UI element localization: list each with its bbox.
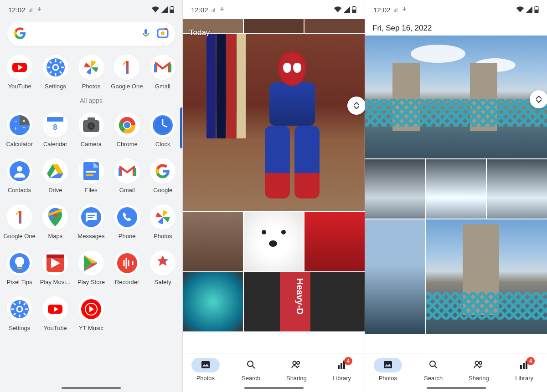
- app-maps[interactable]: Maps: [38, 204, 72, 239]
- app-play-movies[interactable]: Play Movi...: [38, 250, 72, 285]
- app-pixel-tips[interactable]: Pixel Tips: [2, 250, 37, 285]
- app-label: Chrome: [117, 141, 138, 148]
- safety-icon: [150, 250, 175, 276]
- photo-thumb[interactable]: Heavy-D: [244, 272, 365, 331]
- svg-rect-63: [535, 10, 538, 13]
- svg-point-65: [430, 361, 435, 367]
- app-photos[interactable]: Photos: [145, 204, 180, 239]
- svg-rect-21: [88, 117, 95, 121]
- photo-thumb[interactable]: [183, 212, 243, 271]
- gesture-bar[interactable]: [427, 387, 486, 389]
- app-label: Google One: [111, 83, 143, 90]
- svg-point-31: [17, 166, 22, 172]
- photo-icon: [383, 360, 393, 371]
- files-icon: [78, 158, 104, 184]
- app-phone[interactable]: Phone: [110, 204, 144, 239]
- app-files[interactable]: Files: [74, 158, 108, 193]
- svg-rect-54: [201, 361, 210, 368]
- library-badge: 4: [344, 357, 352, 365]
- app-clock[interactable]: Clock: [145, 112, 180, 148]
- photo-thumb[interactable]: [426, 159, 486, 219]
- photo-thumb[interactable]: [487, 159, 547, 219]
- svg-point-40: [117, 207, 137, 227]
- app-chrome[interactable]: Chrome: [110, 112, 144, 148]
- app-camera[interactable]: Camera: [74, 112, 108, 148]
- nav-library[interactable]: 4 Library: [328, 358, 356, 382]
- photo-thumb[interactable]: [183, 272, 243, 331]
- svg-rect-3: [144, 29, 147, 34]
- fast-scroll-handle[interactable]: [347, 97, 365, 115]
- app-label: Google: [153, 187, 172, 193]
- nav-library[interactable]: 4 Library: [510, 358, 538, 382]
- calculator-icon: −×+=: [7, 112, 32, 138]
- photo-large[interactable]: [365, 36, 547, 158]
- app-drive[interactable]: Drive: [38, 158, 72, 193]
- app-calendar[interactable]: 8Calendar: [38, 112, 72, 148]
- messages-icon: [78, 204, 104, 230]
- app-label: Calendar: [43, 141, 67, 148]
- app-youtube[interactable]: YouTube: [2, 55, 37, 90]
- photo-large[interactable]: [183, 34, 365, 211]
- svg-text:8: 8: [53, 123, 57, 131]
- app-drawer-pane: 12:02 YouTubeSettingsPhotosGoogle OneGma…: [0, 0, 182, 392]
- search-icon: [428, 360, 439, 371]
- settings-icon: [43, 55, 68, 80]
- app-label: Phone: [119, 233, 136, 239]
- svg-point-56: [293, 361, 296, 364]
- date-header: Fri, Sep 16, 2022: [365, 19, 547, 36]
- search-icon: [246, 360, 256, 371]
- photo-thumb[interactable]: [365, 159, 425, 219]
- app-google-one[interactable]: Google One: [109, 55, 144, 90]
- search-bar[interactable]: [7, 22, 175, 46]
- app-contacts[interactable]: Contacts: [2, 158, 37, 193]
- svg-point-23: [89, 124, 93, 128]
- app-yt-music[interactable]: YT Music: [74, 296, 108, 331]
- app-play-store[interactable]: Play Store: [74, 250, 108, 285]
- app-recorder[interactable]: Recorder: [110, 250, 144, 285]
- app-google[interactable]: Google: [145, 158, 180, 193]
- app-label: Play Store: [77, 279, 105, 285]
- app-settings[interactable]: Settings: [38, 55, 73, 90]
- nav-search[interactable]: Search: [419, 358, 448, 382]
- photo-thumb[interactable]: [244, 212, 304, 271]
- gesture-bar[interactable]: [244, 387, 304, 389]
- app-label: Photos: [154, 233, 172, 239]
- photos-icon: [150, 204, 175, 230]
- gesture-bar[interactable]: [62, 387, 121, 389]
- app-messages[interactable]: Messages: [74, 204, 108, 239]
- photo-thumb[interactable]: [365, 219, 425, 334]
- status-time: 12:02: [191, 6, 208, 14]
- app-youtube[interactable]: YouTube: [38, 296, 72, 331]
- settings-icon: [7, 296, 32, 322]
- nav-photos[interactable]: Photos: [191, 358, 220, 382]
- nav-search[interactable]: Search: [237, 358, 265, 382]
- app-google-one[interactable]: Google One: [2, 204, 37, 239]
- app-gmail[interactable]: Gmail: [145, 55, 180, 90]
- nav-photos[interactable]: Photos: [374, 358, 402, 382]
- app-safety[interactable]: Safety: [145, 250, 180, 285]
- photo-thumb[interactable]: [426, 219, 547, 334]
- nav-sharing[interactable]: Sharing: [464, 358, 493, 382]
- google-icon: [150, 158, 175, 184]
- app-photos[interactable]: Photos: [74, 55, 108, 90]
- yt-music-icon: [78, 296, 104, 322]
- app-label: Safety: [155, 279, 171, 285]
- app-label: Calculator: [6, 141, 33, 148]
- fast-scroll-handle[interactable]: [530, 90, 547, 108]
- app-gmail[interactable]: Gmail: [110, 158, 144, 193]
- mic-icon[interactable]: [140, 28, 151, 41]
- app-label: YouTube: [44, 325, 67, 331]
- svg-rect-52: [353, 6, 355, 7]
- app-label: Play Movi...: [40, 279, 71, 285]
- google-one-icon: [7, 204, 32, 230]
- signal-icon: [526, 6, 532, 13]
- nav-sharing[interactable]: Sharing: [282, 358, 310, 382]
- app-settings[interactable]: Settings: [2, 296, 37, 331]
- wifi-icon: [334, 6, 342, 13]
- photo-thumb[interactable]: [304, 212, 365, 271]
- svg-point-67: [479, 361, 482, 364]
- app-label: Drive: [48, 187, 62, 193]
- app-calculator[interactable]: −×+=Calculator: [2, 112, 37, 148]
- svg-text:−: −: [14, 118, 17, 124]
- lens-icon[interactable]: [157, 27, 169, 41]
